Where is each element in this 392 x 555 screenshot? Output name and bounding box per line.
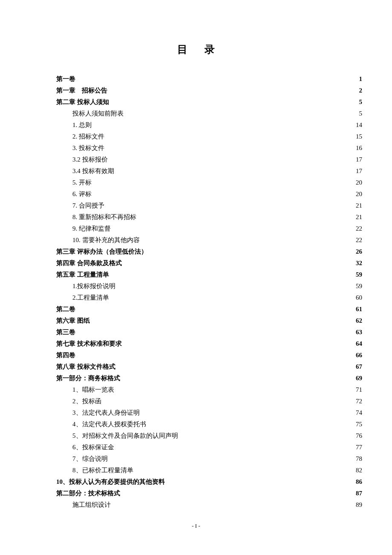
toc-row: 第三卷63: [30, 327, 362, 338]
toc-entry-label: 3. 投标文件: [72, 142, 104, 154]
toc-entry-page: 77: [352, 442, 362, 453]
toc-row: 第二卷61: [30, 304, 362, 315]
toc-entry-label: 第一部分：商务标格式: [56, 373, 120, 384]
toc-row: 1.投标报价说明59: [30, 280, 362, 292]
toc-entry-label: 第五章 工程量清单: [56, 269, 109, 280]
toc-entry-page: 2: [352, 85, 362, 96]
toc-entry-page: 22: [352, 223, 362, 234]
toc-row: 3.2 投标报价17: [30, 154, 362, 165]
toc-entry-page: 61: [352, 304, 362, 315]
page-title: 目录: [30, 43, 362, 56]
toc-entry-label: 1. 总则: [72, 119, 92, 131]
toc-row: 投标人须知前附表5: [30, 108, 362, 119]
toc-entry-page: 66: [352, 350, 362, 361]
toc-row: 第二章 投标人须知5: [30, 96, 362, 108]
toc-entry-page: 78: [352, 453, 362, 465]
toc-row: 7、综合说明78: [30, 453, 362, 465]
toc-entry-page: 71: [352, 384, 362, 396]
toc-row: 1、唱标一览表71: [30, 384, 362, 396]
toc-entry-page: 5: [352, 96, 362, 108]
toc-row: 5. 开标20: [30, 177, 362, 188]
toc-entry-label: 5. 开标: [72, 177, 92, 188]
toc-entry-page: 21: [352, 211, 362, 223]
toc-entry-label: 8. 重新招标和不再招标: [72, 211, 136, 223]
toc-entry-page: 20: [352, 188, 362, 200]
toc-entry-page: 21: [352, 200, 362, 211]
toc-entry-label: 第八章 投标文件格式: [56, 361, 115, 373]
toc-row: 8. 重新招标和不再招标21: [30, 211, 362, 223]
toc-row: 第五章 工程量清单59: [30, 269, 362, 280]
toc-entry-page: 32: [352, 257, 362, 269]
toc-entry-label: 1、唱标一览表: [72, 384, 114, 396]
toc-entry-page: 67: [352, 361, 362, 373]
document-page: 目录 第一卷1第一章 招标公告2第二章 投标人须知5投标人须知前附表51. 总则…: [0, 0, 392, 555]
toc-entry-label: 投标人须知前附表: [72, 108, 124, 119]
toc-entry-label: 10、投标人认为有必要提供的其他资料: [56, 476, 165, 488]
toc-entry-page: 22: [352, 234, 362, 246]
toc-row: 施工组织设计89: [30, 499, 362, 511]
toc-row: 7. 合同授予21: [30, 200, 362, 211]
toc-entry-page: 69: [352, 373, 362, 384]
toc-row: 第六章 图纸62: [30, 315, 362, 327]
toc-entry-label: 10. 需要补充的其他内容: [72, 234, 140, 246]
toc-entry-label: 1.投标报价说明: [72, 280, 115, 292]
toc-entry-label: 3.2 投标报价: [72, 154, 108, 165]
page-footer: - I -: [0, 523, 392, 529]
toc-entry-label: 2、投标函: [72, 396, 101, 407]
toc-entry-label: 9. 纪律和监督: [72, 223, 111, 234]
toc-entry-label: 7. 合同授予: [72, 200, 104, 211]
toc-entry-page: 74: [352, 407, 362, 419]
toc-entry-page: 60: [352, 292, 362, 304]
table-of-contents: 第一卷1第一章 招标公告2第二章 投标人须知5投标人须知前附表51. 总则142…: [30, 73, 362, 511]
toc-entry-label: 第二卷: [56, 304, 75, 315]
toc-row: 5、对招标文件及合同条款的认同声明76: [30, 430, 362, 442]
toc-row: 第四章 合同条款及格式32: [30, 257, 362, 269]
toc-entry-label: 3.4 投标有效期: [72, 165, 114, 177]
toc-row: 第一部分：商务标格式69: [30, 373, 362, 384]
toc-entry-page: 86: [352, 476, 362, 488]
toc-row: 第一卷1: [30, 73, 362, 85]
toc-row: 2.工程量清单60: [30, 292, 362, 304]
toc-entry-page: 76: [352, 430, 362, 442]
toc-entry-page: 15: [352, 131, 362, 142]
toc-entry-page: 59: [352, 280, 362, 292]
toc-entry-label: 第二章 投标人须知: [56, 96, 109, 108]
toc-entry-label: 2. 招标文件: [72, 131, 104, 142]
toc-entry-label: 5、对招标文件及合同条款的认同声明: [72, 430, 178, 442]
toc-row: 10. 需要补充的其他内容22: [30, 234, 362, 246]
toc-entry-label: 第四卷: [56, 350, 75, 361]
toc-row: 2、投标函72: [30, 396, 362, 407]
toc-entry-page: 72: [352, 396, 362, 407]
toc-entry-label: 第一章 招标公告: [56, 85, 107, 96]
toc-entry-page: 17: [352, 154, 362, 165]
toc-entry-label: 第三卷: [56, 327, 75, 338]
toc-row: 3. 投标文件16: [30, 142, 362, 154]
toc-row: 6. 评标20: [30, 188, 362, 200]
toc-entry-page: 63: [352, 327, 362, 338]
toc-entry-page: 26: [352, 246, 362, 257]
toc-entry-page: 1: [352, 73, 362, 85]
toc-entry-page: 64: [352, 338, 362, 350]
toc-entry-label: 施工组织设计: [72, 499, 111, 511]
toc-entry-label: 第七章 技术标准和要求: [56, 338, 122, 350]
toc-entry-label: 第四章 合同条款及格式: [56, 257, 122, 269]
toc-entry-page: 59: [352, 269, 362, 280]
toc-entry-page: 20: [352, 177, 362, 188]
toc-entry-page: 82: [352, 465, 362, 476]
toc-entry-page: 5: [352, 108, 362, 119]
toc-row: 第二部分：技术标格式87: [30, 488, 362, 499]
toc-entry-page: 89: [352, 499, 362, 511]
toc-entry-label: 第三章 评标办法（合理低价法）: [56, 246, 147, 257]
toc-row: 10、投标人认为有必要提供的其他资料86: [30, 476, 362, 488]
toc-row: 6、投标保证金77: [30, 442, 362, 453]
toc-row: 第一章 招标公告2: [30, 85, 362, 96]
toc-row: 第三章 评标办法（合理低价法）26: [30, 246, 362, 257]
toc-row: 第七章 技术标准和要求64: [30, 338, 362, 350]
toc-entry-page: 16: [352, 142, 362, 154]
toc-entry-page: 62: [352, 315, 362, 327]
toc-row: 第四卷66: [30, 350, 362, 361]
toc-entry-label: 7、综合说明: [72, 453, 108, 465]
toc-entry-label: 6、投标保证金: [72, 442, 114, 453]
toc-entry-page: 17: [352, 165, 362, 177]
toc-entry-label: 第二部分：技术标格式: [56, 488, 120, 499]
